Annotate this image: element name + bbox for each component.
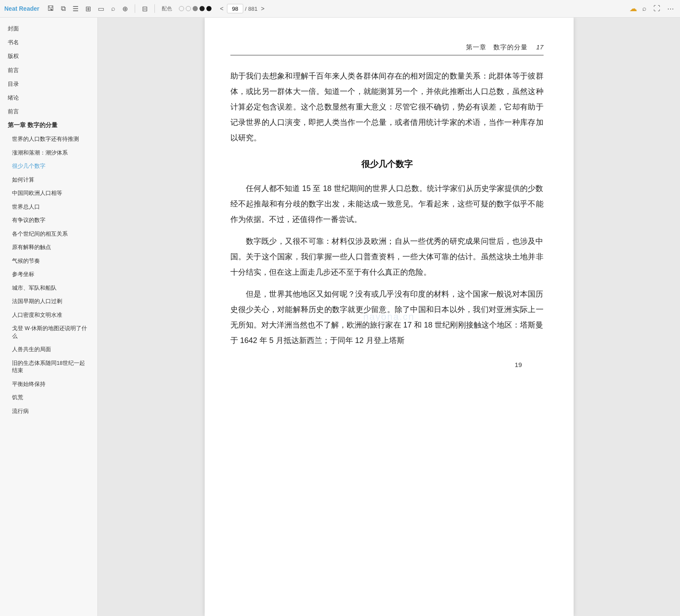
color-dot-2[interactable]	[186, 6, 191, 11]
search-right-icon[interactable]: ⌕	[641, 4, 648, 13]
sidebar-item-20[interactable]: 法国早期的人口过剩	[0, 295, 97, 309]
page-separator: /	[245, 6, 247, 12]
paragraph-1: 很少几个数字	[230, 158, 544, 170]
sidebar-item-4[interactable]: 目录	[0, 77, 97, 91]
total-pages: 881	[248, 6, 258, 12]
color-label: 配色	[160, 4, 174, 13]
page-content: 助于我们去想象和理解千百年来人类各群体间存在的相对固定的数量关系：此群体等于彼群…	[230, 68, 544, 348]
separator1	[135, 4, 135, 13]
weather-icon: ☁	[629, 4, 637, 13]
sidebar-item-21[interactable]: 人口密度和文明水准	[0, 309, 97, 322]
sidebar-item-25[interactable]: 平衡始终保持	[0, 378, 97, 391]
color-dot-4[interactable]	[199, 6, 205, 11]
app-title: Neat Reader	[4, 5, 39, 12]
titlebar: Neat Reader 🖫 ⧉ ☰ ⊞ ▭ ⌕ ⊕ ⊟ 配色 < / 881 >…	[0, 0, 680, 18]
sidebar-item-11[interactable]: 如何计算	[0, 173, 97, 187]
color-dot-3[interactable]	[193, 6, 198, 11]
zoom-icon[interactable]: ⊟	[140, 4, 149, 14]
color-dot-group	[179, 6, 212, 11]
separator2	[154, 4, 155, 13]
bottom-page-num: 19	[515, 361, 522, 368]
search2-icon[interactable]: ⊕	[121, 4, 130, 14]
chapter-page-num: 17	[536, 43, 544, 51]
sidebar-item-9[interactable]: 涨潮和落潮：潮汐体系	[0, 146, 97, 160]
chapter-header-text: 第一章 数字的分量	[466, 43, 528, 52]
content-area: 第一章 数字的分量 17 助于我们去想象和理解千百年来人类各群体间存在的相对固定…	[98, 18, 680, 616]
next-page-button[interactable]: >	[259, 4, 266, 13]
sidebar-item-8[interactable]: 世界的人口数字还有待推测	[0, 133, 97, 146]
paragraph-3: 数字既少，又很不可靠：材料仅涉及欧洲；自从一些优秀的研究成果问世后，也涉及中国。…	[230, 234, 544, 280]
sidebar-item-1[interactable]: 书名	[0, 36, 97, 49]
paragraph-2: 任何人都不知道 15 至 18 世纪期间的世界人口总数。统计学家们从历史学家提供…	[230, 181, 544, 227]
sidebar-item-17[interactable]: 气候的节奏	[0, 255, 97, 268]
paragraph-0: 助于我们去想象和理解千百年来人类各群体间存在的相对固定的数量关系：此群体等于彼群…	[230, 68, 544, 146]
sidebar-item-16[interactable]: 原有解释的触点	[0, 241, 97, 255]
sidebar-item-22[interactable]: 戈登 W·休斯的地图还说明了什么	[0, 322, 97, 343]
sidebar-item-12[interactable]: 中国同欧洲人口相等	[0, 187, 97, 200]
page-number-input[interactable]	[227, 4, 243, 13]
sidebar-item-23[interactable]: 人兽共生的局面	[0, 343, 97, 357]
sidebar-item-19[interactable]: 城市、军队和船队	[0, 282, 97, 295]
sidebar-item-14[interactable]: 有争议的数字	[0, 214, 97, 228]
sidebar-item-13[interactable]: 世界总人口	[0, 200, 97, 214]
main-layout: 封面书名版权前言目录绪论前言第一章 数字的分量世界的人口数字还有待推测涨潮和落潮…	[0, 18, 680, 616]
menu-icon[interactable]: ☰	[71, 4, 80, 14]
sidebar-item-27[interactable]: 流行病	[0, 405, 97, 419]
save-icon[interactable]: 🖫	[45, 4, 56, 13]
page-nav: < / 881 >	[218, 4, 266, 13]
copy-icon[interactable]: ⧉	[59, 4, 67, 13]
sidebar-item-2[interactable]: 版权	[0, 49, 97, 63]
sidebar-item-3[interactable]: 前言	[0, 64, 97, 77]
prev-page-button[interactable]: <	[218, 4, 225, 13]
paragraph-4: 但是，世界其他地区又如何呢？没有或几乎没有印度的材料，这个国家一般说对本国历史很…	[230, 286, 544, 348]
page-container: 第一章 数字的分量 17 助于我们去想象和理解千百年来人类各群体间存在的相对固定…	[205, 18, 574, 616]
color-dot-1[interactable]	[179, 6, 184, 11]
search-icon[interactable]: ⌕	[109, 4, 117, 13]
sidebar-item-10[interactable]: 很少几个数字	[0, 160, 97, 173]
right-toolbar: ☁ ⌕ ⛶ ⋯	[629, 4, 676, 14]
sidebar-item-6[interactable]: 前言	[0, 105, 97, 118]
sidebar: 封面书名版权前言目录绪论前言第一章 数字的分量世界的人口数字还有待推测涨潮和落潮…	[0, 18, 98, 616]
sidebar-item-24[interactable]: 旧的生态体系随同18世纪一起结束	[0, 357, 97, 378]
sidebar-item-0[interactable]: 封面	[0, 22, 97, 36]
grid-icon[interactable]: ⊞	[84, 4, 93, 14]
page-icon[interactable]: ▭	[96, 4, 106, 14]
sidebar-item-26[interactable]: 饥荒	[0, 391, 97, 405]
sidebar-item-7[interactable]: 第一章 数字的分量	[0, 118, 97, 133]
more-icon[interactable]: ⋯	[665, 4, 676, 14]
color-dot-5[interactable]	[206, 6, 212, 11]
sidebar-item-5[interactable]: 绪论	[0, 91, 97, 105]
sidebar-item-18[interactable]: 参考坐标	[0, 268, 97, 282]
chapter-header: 第一章 数字的分量 17	[230, 43, 544, 55]
fullscreen-icon[interactable]: ⛶	[652, 4, 662, 13]
sidebar-item-15[interactable]: 各个世纪间的相互关系	[0, 228, 97, 241]
